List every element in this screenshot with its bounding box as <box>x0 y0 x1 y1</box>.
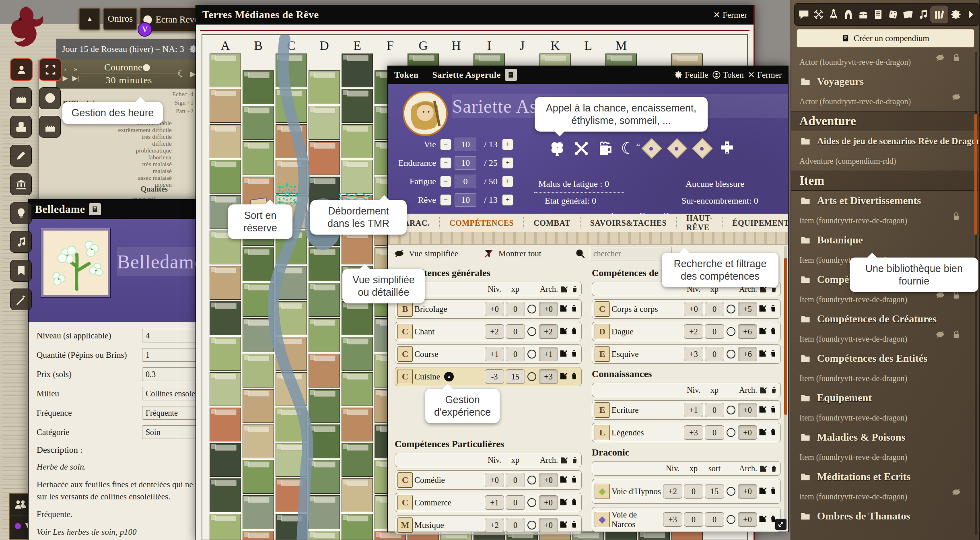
stat-plus-button[interactable]: + <box>502 194 513 206</box>
edit-icon[interactable] <box>759 515 767 523</box>
effects-tool-button[interactable] <box>10 289 32 310</box>
tmr-cell[interactable] <box>276 337 307 371</box>
trash-icon[interactable] <box>570 304 578 312</box>
tmr-cell[interactable] <box>342 124 373 158</box>
macro-oniros-button[interactable]: Oniros <box>103 8 137 30</box>
skill-name[interactable]: Commerce <box>414 498 483 507</box>
tmr-cell[interactable] <box>243 283 274 317</box>
lock-icon[interactable] <box>952 212 961 221</box>
compendium-folder[interactable]: Aides de jeu de scenarios Rêve de Dragon… <box>791 131 978 151</box>
encombrement-cross-icon[interactable] <box>719 140 735 157</box>
eye-slash-icon[interactable] <box>952 488 961 497</box>
roll-circle[interactable] <box>527 498 536 507</box>
arch-value[interactable]: +0 <box>539 302 558 316</box>
tmr-cell[interactable] <box>210 124 241 158</box>
tmr-cell[interactable] <box>309 531 340 540</box>
tmr-cell[interactable] <box>243 70 274 104</box>
montrer-tout-toggle[interactable]: Montrer tout <box>498 249 541 259</box>
trash-icon[interactable] <box>570 372 578 380</box>
arch-up-icon[interactable] <box>539 456 539 464</box>
arch-value[interactable]: +5 <box>738 302 757 316</box>
arch-value[interactable]: +0 <box>738 512 757 527</box>
arch-value[interactable]: +0 <box>738 403 757 417</box>
tmr-cell[interactable] <box>210 337 241 371</box>
map-titlebar[interactable]: Terres Médianes de Rêve ✕ Fermer <box>196 5 754 25</box>
arch-value[interactable]: +0 <box>738 425 757 440</box>
sort-value[interactable]: 0 <box>705 512 724 527</box>
edit-icon[interactable] <box>760 465 767 472</box>
tmr-cell[interactable] <box>276 408 307 441</box>
stat-plus-button[interactable]: + <box>502 139 513 150</box>
edit-icon[interactable] <box>560 372 568 380</box>
tmr-cell[interactable] <box>243 425 274 458</box>
arch-value[interactable]: +0 <box>539 473 558 487</box>
compendium-subtitle[interactable]: Adventure (compendium-rdd) <box>791 151 978 171</box>
trash-icon[interactable] <box>570 349 578 357</box>
stat-value[interactable]: 10 <box>455 138 476 151</box>
tmr-cell[interactable] <box>342 408 373 441</box>
tmr-cell[interactable] <box>210 443 241 477</box>
edit-icon[interactable] <box>560 520 568 528</box>
encaissement-bones-icon[interactable] <box>573 140 589 157</box>
sidebar-tab-music[interactable] <box>916 8 930 21</box>
lock-icon[interactable] <box>952 330 961 339</box>
tmr-cell[interactable] <box>276 266 307 300</box>
tab-haut-r-ve[interactable]: HAUT-RÊVE <box>676 217 722 229</box>
xp-value[interactable]: 0 <box>705 347 724 361</box>
blessure-diamond-2-icon[interactable] <box>667 138 687 159</box>
compendium-subtitle[interactable]: Item (foundryvtt-reve-de-dragon) <box>791 211 978 230</box>
skill-name[interactable]: Ecriture <box>611 405 682 415</box>
compendium-folder[interactable]: Voyageurs <box>791 72 978 92</box>
tmr-cell[interactable] <box>243 354 274 387</box>
arch-value[interactable]: +1 <box>539 347 558 361</box>
tmr-cell[interactable] <box>210 160 241 194</box>
trash-icon[interactable] <box>570 475 578 483</box>
blessure-diamond-3-icon[interactable] <box>692 138 712 159</box>
edit-icon[interactable] <box>759 304 767 312</box>
ruler-tool-button[interactable] <box>39 116 61 138</box>
tmr-cell[interactable] <box>276 89 307 123</box>
sidebar-tab-arrowR[interactable] <box>964 8 978 21</box>
stat-plus-button[interactable]: + <box>502 157 513 169</box>
tmr-cell[interactable] <box>342 301 373 335</box>
tmr-cell[interactable] <box>243 460 274 494</box>
eye-slash-icon[interactable] <box>394 249 404 258</box>
resize-handle[interactable] <box>775 519 786 530</box>
skill-name[interactable]: Légendes <box>611 428 682 437</box>
tab-comp-tences[interactable]: COMPÉTENCES <box>439 217 523 229</box>
arch-value[interactable]: +3 <box>539 369 558 384</box>
arch-value[interactable]: +6 <box>738 324 757 339</box>
edit-icon[interactable] <box>560 304 568 312</box>
trash-outline-icon[interactable] <box>571 285 579 293</box>
compendium-folder[interactable]: Arts et Divertissements <box>791 191 978 211</box>
book-icon[interactable] <box>505 69 517 81</box>
xp-value[interactable]: 0 <box>705 302 724 316</box>
roll-circle[interactable] <box>527 372 536 381</box>
book-icon[interactable] <box>89 203 101 215</box>
niv-value[interactable]: +1 <box>485 495 504 510</box>
sidebar-tab-chat[interactable] <box>797 8 811 21</box>
roll-circle[interactable] <box>727 515 735 524</box>
time-advance-button-2[interactable]: ▶ <box>60 74 70 82</box>
roll-circle[interactable] <box>527 521 536 530</box>
skill-name[interactable]: Bricolage <box>414 304 483 314</box>
tmr-cell[interactable] <box>210 372 241 406</box>
belledame-item-name[interactable]: Belledame <box>117 251 203 273</box>
sheet-token-button[interactable]: Token <box>712 70 744 80</box>
sidebar-tab-actor[interactable] <box>842 8 855 21</box>
compendium-subtitle[interactable]: Actor (foundryvtt-reve-de-dragon) <box>791 52 978 72</box>
sidebar-tab-compass[interactable] <box>827 8 840 21</box>
stat-value[interactable]: 0 <box>455 175 476 188</box>
stat-minus-button[interactable]: − <box>440 139 451 150</box>
tmr-cell[interactable] <box>276 372 307 406</box>
tab--quipement[interactable]: ÉQUIPEMENT <box>722 217 799 229</box>
xp-value[interactable]: 0 <box>506 324 525 339</box>
stat-value[interactable]: 10 <box>455 193 476 207</box>
trash-icon[interactable] <box>769 304 777 312</box>
sheet-config-button[interactable]: Feuille <box>674 70 708 80</box>
tmr-cell[interactable] <box>276 478 307 512</box>
edit-icon[interactable] <box>759 349 767 357</box>
compendium-folder[interactable]: Méditations et Ecrits <box>791 467 978 487</box>
compendium-subtitle[interactable]: Item (foundryvtt-reve-de-dragon) <box>791 447 978 467</box>
actors-tool-button[interactable] <box>10 58 33 81</box>
